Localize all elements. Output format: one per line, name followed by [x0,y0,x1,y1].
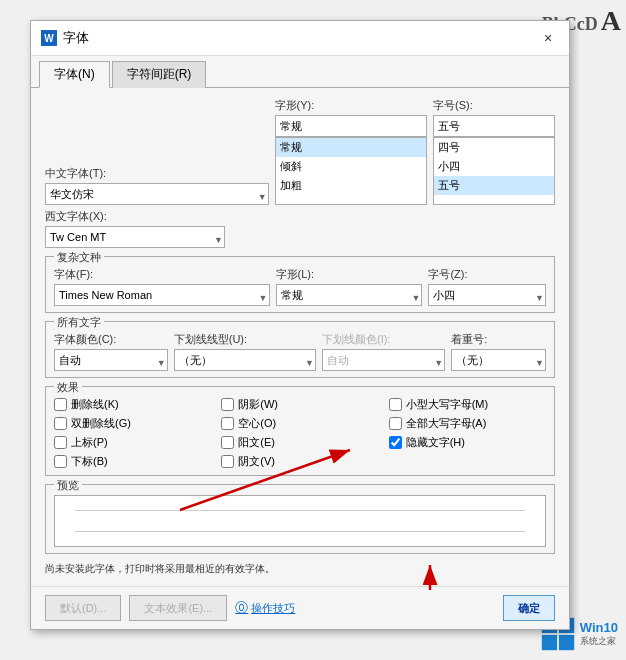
svg-rect-5 [542,635,557,650]
bottom-bar: 默认(D)... 文本效果(E)... ⓪ 操作技巧 确定 取消 [31,586,569,629]
emboss-label: 阳文(E) [238,435,275,450]
effect-small-caps[interactable]: 小型大写字母(M) [389,397,546,412]
effects-group: 效果 删除线(K) 阴影(W) 小型大写字母(M) 双删除线(G) [45,386,555,476]
win10-subtitle: 系统之家 [580,635,618,648]
font-style-top-label: 字形(Y): [275,98,427,113]
font-size-top-col: 字号(S): 四号 小四 五号 [433,98,555,205]
tab-spacing[interactable]: 字符间距(R) [112,61,207,88]
top-font-row: 中文字体(T): 华文仿宋 ▼ 字形(Y): 常规 倾斜 加粗 字号(S) [45,98,555,205]
double-strikethrough-label: 双删除线(G) [71,416,131,431]
style-item-normal[interactable]: 常规 [276,138,426,157]
effect-engrave[interactable]: 阴文(V) [221,454,378,469]
emboss-checkbox[interactable] [221,436,234,449]
chinese-font-select[interactable]: 华文仿宋 [45,183,269,205]
style-item-italic[interactable]: 倾斜 [276,157,426,176]
double-strikethrough-checkbox[interactable] [54,417,67,430]
dialog-title: 字体 [63,29,89,47]
effect-strikethrough[interactable]: 删除线(K) [54,397,211,412]
font-dialog: W 字体 × 字体(N) 字符间距(R) 中文字体(T): 华文仿宋 ▼ 字形( [30,20,570,630]
complex-style-select[interactable]: 常规 [276,284,423,306]
underline-color-col: 下划线颜色(I): 自动 ▼ [322,332,445,371]
ok-button[interactable]: 确定 [503,595,555,621]
emphasis-select[interactable]: （无） [451,349,546,371]
complex-style-label: 字形(L): [276,267,423,282]
note-text: 尚未安装此字体，打印时将采用最相近的有效字体。 [45,562,555,576]
all-caps-label: 全部大写字母(A) [406,416,487,431]
underline-color-select[interactable]: 自动 [322,349,445,371]
tips-label: 操作技巧 [251,601,295,616]
size-item-5[interactable]: 五号 [434,176,554,195]
title-bar-left: W 字体 [41,29,89,47]
complex-size-select[interactable]: 小四 [428,284,546,306]
color-label: 字体颜色(C): [54,332,168,347]
allchar-row: 字体颜色(C): 自动 ▼ 下划线线型(U): （无） ▼ [54,332,546,371]
close-button[interactable]: × [537,27,559,49]
complex-font-title: 复杂文种 [54,250,104,265]
tab-bar: 字体(N) 字符间距(R) [31,56,569,88]
complex-font-row: 字体(F): Times New Roman ▼ 字形(L): 常规 [54,267,546,306]
complex-font-label: 字体(F): [54,267,270,282]
font-size-top-label: 字号(S): [433,98,555,113]
style-item-bold[interactable]: 加粗 [276,176,426,195]
effect-subscript[interactable]: 下标(B) [54,454,211,469]
size-item-4[interactable]: 四号 [434,138,554,157]
tab-font[interactable]: 字体(N) [39,61,110,88]
small-caps-checkbox[interactable] [389,398,402,411]
all-caps-checkbox[interactable] [389,417,402,430]
underline-select[interactable]: （无） [174,349,316,371]
hidden-checkbox[interactable] [389,436,402,449]
superscript-checkbox[interactable] [54,436,67,449]
svg-rect-6 [559,635,574,650]
complex-font-col: 字体(F): Times New Roman ▼ [54,267,270,306]
effect-hollow[interactable]: 空心(O) [221,416,378,431]
dialog-body: 中文字体(T): 华文仿宋 ▼ 字形(Y): 常规 倾斜 加粗 字号(S) [31,88,569,586]
font-style-listbox[interactable]: 常规 倾斜 加粗 [275,137,427,205]
title-bar: W 字体 × [31,21,569,56]
shadow-checkbox[interactable] [221,398,234,411]
font-style-top-col: 字形(Y): 常规 倾斜 加粗 [275,98,427,205]
app-icon: W [41,30,57,46]
subscript-checkbox[interactable] [54,455,67,468]
strikethrough-label: 删除线(K) [71,397,119,412]
underline-col: 下划线线型(U): （无） ▼ [174,332,316,371]
complex-size-label: 字号(Z): [428,267,546,282]
size-item-small4[interactable]: 小四 [434,157,554,176]
effect-double-strikethrough[interactable]: 双删除线(G) [54,416,211,431]
tips-link[interactable]: ⓪ 操作技巧 [235,599,295,617]
win10-text-block: Win10 系统之家 [580,620,618,649]
underline-label: 下划线线型(U): [174,332,316,347]
engrave-checkbox[interactable] [221,455,234,468]
subscript-label: 下标(B) [71,454,108,469]
underline-color-label: 下划线颜色(I): [322,332,445,347]
chinese-font-label: 中文字体(T): [45,166,269,181]
preview-box [54,495,546,547]
effect-hidden[interactable]: 隐藏文字(H) [389,435,546,450]
hollow-checkbox[interactable] [221,417,234,430]
complex-size-col: 字号(Z): 小四 ▼ [428,267,546,306]
font-size-listbox[interactable]: 四号 小四 五号 [433,137,555,205]
font-size-top-input[interactable] [433,115,555,137]
default-button[interactable]: 默认(D)... [45,595,121,621]
effect-superscript[interactable]: 上标(P) [54,435,211,450]
text-effect-button[interactable]: 文本效果(E)... [129,595,227,621]
small-caps-label: 小型大写字母(M) [406,397,489,412]
allchar-title: 所有文字 [54,315,104,330]
win10-title: Win10 [580,620,618,636]
font-style-top-input[interactable] [275,115,427,137]
complex-font-select[interactable]: Times New Roman [54,284,270,306]
emphasis-label: 着重号: [451,332,546,347]
chinese-font-col: 中文字体(T): 华文仿宋 ▼ [45,166,269,205]
preview-group: 预览 [45,484,555,554]
west-font-select[interactable]: Tw Cen MT [45,226,225,248]
engrave-label: 阴文(V) [238,454,275,469]
effects-grid: 删除线(K) 阴影(W) 小型大写字母(M) 双删除线(G) 空心(O) [54,397,546,469]
effect-all-caps[interactable]: 全部大写字母(A) [389,416,546,431]
effect-emboss[interactable]: 阳文(E) [221,435,378,450]
allchar-group: 所有文字 字体颜色(C): 自动 ▼ 下划线线型(U): （无） [45,321,555,378]
color-col: 字体颜色(C): 自动 ▼ [54,332,168,371]
preview-line-bottom [75,531,525,532]
hidden-label: 隐藏文字(H) [406,435,465,450]
color-select[interactable]: 自动 [54,349,168,371]
strikethrough-checkbox[interactable] [54,398,67,411]
effect-shadow[interactable]: 阴影(W) [221,397,378,412]
